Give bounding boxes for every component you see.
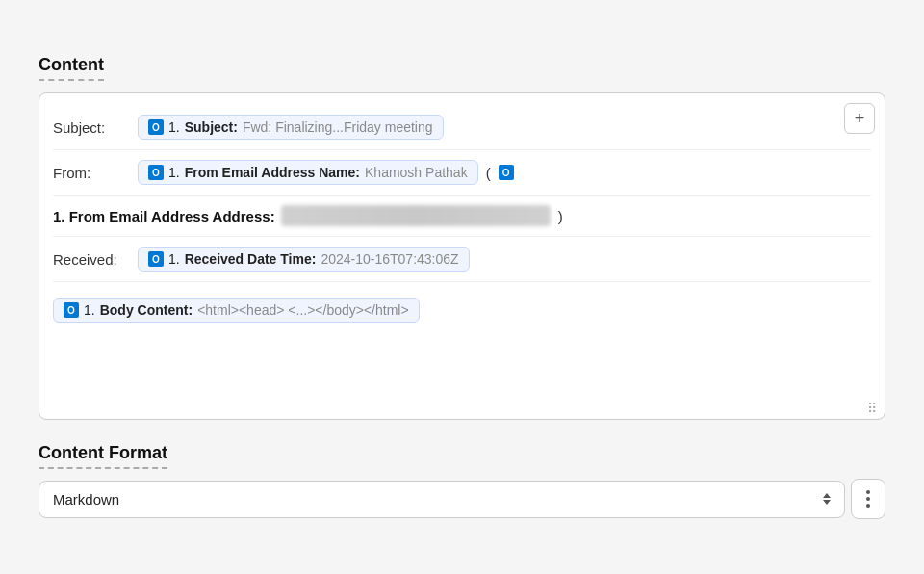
content-format-title: Content Format [38, 443, 167, 469]
arrow-up-icon [823, 493, 831, 498]
body-tag-value: <html><head> <...></body></html> [197, 302, 409, 318]
outlook-icon-body: O [64, 302, 79, 318]
outlook-icon-from: O [148, 165, 164, 180]
from-row: From: O 1. From Email Address Name: Kham… [53, 150, 871, 196]
content-section-title: Content [38, 55, 104, 81]
spinner-icon[interactable] [823, 493, 831, 505]
outlook-icon-address: O [499, 165, 514, 180]
dot3 [866, 504, 870, 508]
main-container: Content + Subject: O 1. Subject: Fwd: Fi… [19, 36, 905, 538]
format-controls: Markdown [38, 479, 886, 519]
resize-handle[interactable]: ⠿ [867, 402, 881, 415]
from-tag-value: Khamosh Pathak [365, 165, 468, 180]
content-format-section: Content Format Markdown [38, 443, 886, 519]
address-bold-label: 1. From Email Address Address: [53, 208, 275, 224]
add-button[interactable]: + [844, 103, 875, 134]
from-name-tag[interactable]: O 1. From Email Address Name: Khamosh Pa… [138, 160, 478, 185]
body-tag[interactable]: O 1. Body Content: <html><head> <...></b… [53, 298, 420, 323]
received-label: Received: [53, 251, 130, 268]
address-row: 1. From Email Address Address: ) [53, 196, 871, 237]
from-tag-number: 1. [168, 165, 180, 180]
body-row: O 1. Body Content: <html><head> <...></b… [53, 298, 871, 323]
received-tag-number: 1. [168, 251, 180, 267]
dot1 [866, 490, 870, 494]
body-tag-name: Body Content: [100, 302, 192, 318]
format-select[interactable]: Markdown [38, 481, 845, 518]
content-section: Content + Subject: O 1. Subject: Fwd: Fi… [38, 55, 886, 420]
from-tag-name: From Email Address Name: [185, 165, 360, 180]
arrow-down-icon [823, 500, 831, 505]
received-tag-value: 2024-10-16T07:43:06Z [321, 251, 458, 267]
subject-tag[interactable]: O 1. Subject: Fwd: Finalizing...Friday m… [138, 115, 444, 140]
received-row: Received: O 1. Received Date Time: 2024-… [53, 237, 871, 282]
outlook-icon-received: O [148, 251, 164, 267]
received-tag[interactable]: O 1. Received Date Time: 2024-10-16T07:4… [138, 247, 470, 272]
subject-tag-name: Subject: [185, 119, 238, 135]
subject-row: Subject: O 1. Subject: Fwd: Finalizing..… [53, 105, 871, 150]
address-paren-close: ) [558, 208, 563, 224]
format-selected-value: Markdown [53, 491, 119, 508]
from-label: From: [53, 165, 130, 181]
more-options-button[interactable] [851, 479, 886, 519]
outlook-icon: O [148, 119, 164, 135]
from-paren-open: ( [486, 165, 491, 181]
body-tag-number: 1. [84, 302, 95, 318]
subject-tag-number: 1. [168, 119, 180, 135]
received-tag-name: Received Date Time: [185, 251, 317, 267]
subject-label: Subject: [53, 119, 130, 136]
subject-tag-value: Fwd: Finalizing...Friday meeting [243, 119, 433, 135]
content-box: + Subject: O 1. Subject: Fwd: Finalizing… [38, 92, 886, 420]
dot2 [866, 497, 870, 501]
address-blurred-value [281, 205, 551, 226]
